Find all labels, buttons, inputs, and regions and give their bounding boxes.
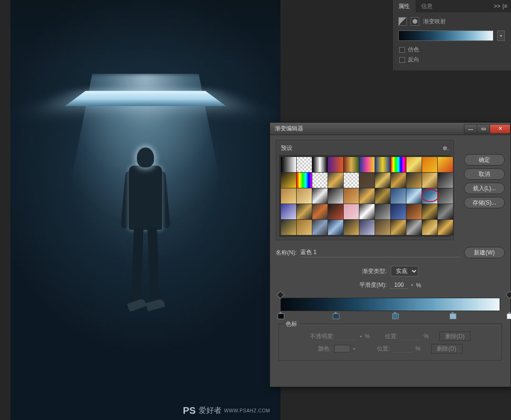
- preset-swatch[interactable]: [391, 173, 406, 188]
- window-maximize-button[interactable]: ▭: [477, 124, 490, 134]
- preset-swatch[interactable]: [297, 173, 312, 188]
- preset-swatch[interactable]: [438, 220, 453, 235]
- preset-swatch[interactable]: [312, 173, 328, 188]
- delete-opacity-stop-button[interactable]: 删除(D): [439, 332, 471, 341]
- opacity-stop[interactable]: [507, 292, 511, 298]
- load-button[interactable]: 载入(L)...: [464, 183, 505, 194]
- save-button[interactable]: 存储(S)...: [464, 197, 505, 208]
- tab-info[interactable]: 信息: [415, 0, 438, 13]
- preset-swatch[interactable]: [344, 188, 359, 204]
- preset-swatch[interactable]: [391, 188, 406, 204]
- preset-swatch[interactable]: [406, 188, 422, 204]
- preset-swatch[interactable]: [297, 157, 312, 172]
- preset-swatch[interactable]: [438, 157, 453, 172]
- preset-swatch[interactable]: [297, 204, 312, 219]
- preset-swatch[interactable]: [344, 220, 359, 235]
- position-input-1[interactable]: [401, 333, 421, 340]
- preset-swatch[interactable]: [344, 204, 359, 219]
- preset-swatch[interactable]: [391, 157, 406, 172]
- dialog-titlebar[interactable]: 渐变编辑器 — ▭ ✕: [270, 123, 511, 135]
- preset-swatch[interactable]: [375, 173, 390, 188]
- new-button[interactable]: 新建(W): [464, 247, 505, 258]
- color-stop[interactable]: [450, 312, 455, 317]
- preset-swatch[interactable]: [438, 188, 453, 204]
- window-close-button[interactable]: ✕: [490, 124, 511, 134]
- gradient-type-select[interactable]: 实底: [391, 266, 418, 276]
- preset-swatch[interactable]: [328, 157, 343, 172]
- opacity-input[interactable]: [337, 333, 357, 340]
- preset-swatch[interactable]: [281, 204, 296, 219]
- preset-swatch[interactable]: [297, 220, 312, 235]
- preset-swatch[interactable]: [312, 220, 328, 235]
- preset-swatch[interactable]: [297, 188, 312, 204]
- tab-properties[interactable]: 属性: [393, 0, 415, 13]
- gradient-bar[interactable]: [280, 298, 500, 311]
- name-input[interactable]: [300, 248, 460, 257]
- percent-label-4: %: [415, 345, 421, 352]
- preset-swatch[interactable]: [422, 204, 437, 219]
- smoothness-dropdown-icon[interactable]: ▾: [411, 283, 413, 287]
- adjustment-icon: [398, 17, 407, 26]
- preset-swatch[interactable]: [422, 220, 437, 235]
- preset-swatch[interactable]: [312, 204, 328, 219]
- preset-swatch[interactable]: [359, 157, 375, 172]
- reverse-checkbox[interactable]: [399, 57, 405, 63]
- opacity-stop[interactable]: [278, 292, 283, 298]
- smoothness-input[interactable]: [389, 282, 408, 289]
- preset-swatch[interactable]: [281, 157, 296, 172]
- preset-swatch[interactable]: [375, 204, 390, 219]
- gradient-preview[interactable]: [398, 30, 493, 41]
- gradient-dropdown-icon[interactable]: ▾: [497, 30, 505, 41]
- preset-swatch[interactable]: [312, 188, 328, 204]
- color-stop[interactable]: [392, 312, 398, 317]
- preset-swatch[interactable]: [375, 188, 390, 204]
- preset-swatch[interactable]: [344, 157, 359, 172]
- panel-menu-icon[interactable]: |≡: [502, 3, 507, 10]
- preset-swatch[interactable]: [344, 173, 359, 188]
- preset-swatch[interactable]: [391, 220, 406, 235]
- preset-swatch[interactable]: [359, 220, 375, 235]
- percent-label-2: %: [365, 333, 370, 340]
- preset-swatch[interactable]: [391, 204, 406, 219]
- preset-swatch[interactable]: [438, 173, 453, 188]
- panel-collapse-icon[interactable]: >>: [494, 3, 501, 10]
- window-minimize-button[interactable]: —: [464, 124, 477, 134]
- preset-swatch[interactable]: [328, 220, 343, 235]
- preset-swatch[interactable]: [375, 157, 390, 172]
- preset-swatch[interactable]: [406, 173, 422, 188]
- color-stop[interactable]: [507, 312, 511, 317]
- preset-swatch[interactable]: [328, 204, 343, 219]
- preset-swatch[interactable]: [406, 220, 422, 235]
- name-label: 名称(N):: [276, 249, 297, 257]
- preset-swatch[interactable]: [328, 173, 343, 188]
- reverse-label: 反向: [408, 56, 419, 64]
- position-label: 位置:: [385, 332, 398, 341]
- preset-swatch[interactable]: [359, 173, 375, 188]
- preset-swatch[interactable]: [359, 204, 375, 219]
- color-swatch[interactable]: [334, 345, 350, 352]
- preset-swatch[interactable]: [375, 220, 390, 235]
- color-stop[interactable]: [333, 312, 338, 317]
- dither-label: 仿色: [408, 46, 419, 54]
- presets-menu-gear-icon[interactable]: ✲.: [443, 145, 449, 152]
- preset-swatch[interactable]: [328, 188, 343, 204]
- preset-swatch[interactable]: [359, 188, 375, 204]
- preset-swatch[interactable]: [281, 220, 296, 235]
- ok-button[interactable]: 确定: [464, 154, 505, 166]
- preset-swatch[interactable]: [422, 173, 437, 188]
- preset-swatch[interactable]: [312, 157, 328, 172]
- floating-figure: [119, 147, 172, 323]
- color-stop[interactable]: [278, 312, 283, 317]
- delete-color-stop-button[interactable]: 删除(D): [431, 344, 463, 353]
- preset-swatch[interactable]: [281, 173, 296, 188]
- dither-checkbox[interactable]: [399, 47, 405, 53]
- preset-swatch[interactable]: [281, 188, 296, 204]
- preset-swatch[interactable]: [406, 157, 422, 172]
- skylight: [65, 91, 226, 106]
- cancel-button[interactable]: 取消: [464, 168, 505, 180]
- preset-swatch[interactable]: [422, 157, 437, 172]
- preset-swatch[interactable]: [406, 204, 422, 219]
- preset-swatch[interactable]: [422, 188, 437, 204]
- position-input-2[interactable]: [393, 345, 413, 352]
- preset-swatch[interactable]: [438, 204, 453, 219]
